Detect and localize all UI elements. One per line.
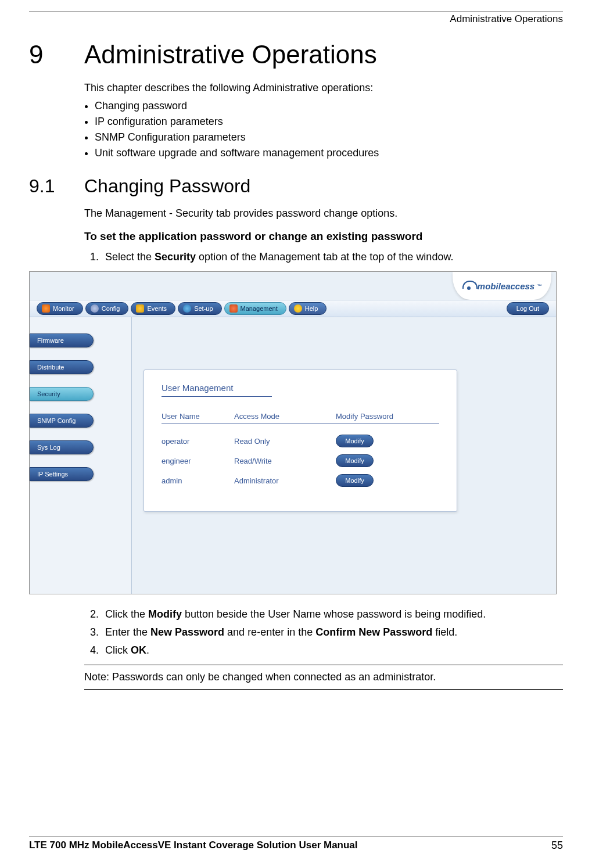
cell-access: Read Only (234, 437, 336, 446)
tab-config[interactable]: Config (85, 302, 129, 315)
tab-setup[interactable]: Set-up (178, 302, 221, 315)
logout-button[interactable]: Log Out (507, 302, 549, 315)
sidebar-item-firmware[interactable]: Firmware (30, 333, 94, 347)
sidebar-item-syslog[interactable]: Sys Log (30, 440, 94, 454)
step-3: Enter the New Password and re-enter in t… (102, 626, 563, 639)
section-heading: 9.1 Changing Password (29, 175, 563, 197)
chapter-heading: 9 Administrative Operations (29, 40, 563, 69)
tab-management[interactable]: Management (224, 302, 286, 315)
cell-access: Read/Write (234, 457, 336, 465)
list-item: IP configuration parameters (95, 116, 563, 128)
management-icon (229, 304, 238, 313)
cell-access: Administrator (234, 476, 336, 485)
user-table: User Name Access Mode Modify Password op… (162, 412, 439, 487)
events-icon (136, 304, 144, 313)
section-number: 9.1 (29, 175, 84, 197)
step-2: Click the Modify button beside the User … (102, 608, 563, 620)
setup-icon (183, 304, 191, 313)
sidebar-item-snmp[interactable]: SNMP Config (30, 414, 94, 428)
bullet-list: Changing password IP configuration param… (95, 100, 563, 159)
steps-list: Select the Security option of the Manage… (102, 251, 563, 263)
tab-events[interactable]: Events (131, 302, 175, 315)
monitor-icon (42, 304, 50, 313)
section-title: Changing Password (84, 175, 250, 197)
step-4: Click OK. (102, 644, 563, 657)
cell-username: operator (162, 437, 234, 446)
panel-title: User Management (162, 383, 272, 397)
logo-tab: mobileaccess™ (453, 272, 551, 300)
tab-help[interactable]: Help (289, 302, 327, 315)
header-modify: Modify Password (336, 412, 426, 421)
header-access: Access Mode (234, 412, 336, 421)
modify-button[interactable]: Modify (336, 454, 374, 467)
cell-username: engineer (162, 457, 234, 465)
header-rule (29, 12, 563, 12)
user-management-panel: User Management User Name Access Mode Mo… (143, 370, 457, 512)
nav-bar: Monitor Config Events Set-up Management … (30, 300, 556, 317)
table-row: admin Administrator Modify (162, 474, 439, 487)
section-para: The Management - Security tab provides p… (84, 207, 563, 220)
step-1: Select the Security option of the Manage… (102, 251, 563, 263)
footer-title: LTE 700 MHz MobileAccessVE Instant Cover… (29, 840, 358, 852)
cell-username: admin (162, 476, 234, 485)
logo: mobileaccess™ (462, 281, 541, 291)
table-row: engineer Read/Write Modify (162, 454, 439, 467)
modify-button[interactable]: Modify (336, 435, 374, 447)
list-item: Unit software upgrade and software manag… (95, 147, 563, 159)
note-box: Note: Passwords can only be changed when… (84, 665, 563, 690)
footer-page: 55 (551, 840, 563, 852)
screenshot-figure: mobileaccess™ Monitor Config Events Set-… (29, 271, 557, 594)
steps-list-continued: Click the Modify button beside the User … (102, 608, 563, 657)
help-icon (294, 304, 302, 313)
table-row: operator Read Only Modify (162, 435, 439, 447)
chapter-title: Administrative Operations (84, 40, 377, 69)
sidebar-item-distribute[interactable]: Distribute (30, 360, 94, 374)
header-username: User Name (162, 412, 234, 421)
running-head: Administrative Operations (29, 13, 563, 25)
tab-monitor[interactable]: Monitor (37, 302, 83, 315)
content-area: User Management User Name Access Mode Mo… (132, 317, 556, 594)
sidebar-item-ipsettings[interactable]: IP Settings (30, 467, 94, 481)
footer: LTE 700 MHz MobileAccessVE Instant Cover… (29, 837, 563, 852)
sidebar-item-security[interactable]: Security (30, 387, 94, 401)
config-icon (91, 304, 99, 313)
logo-icon (462, 281, 475, 291)
list-item: Changing password (95, 100, 563, 112)
list-item: SNMP Configuration parameters (95, 131, 563, 144)
sidebar: Firmware Distribute Security SNMP Config… (30, 317, 132, 594)
chapter-number: 9 (29, 40, 84, 69)
chapter-intro: This chapter describes the following Adm… (84, 82, 563, 94)
modify-button[interactable]: Modify (336, 474, 374, 487)
table-header: User Name Access Mode Modify Password (162, 412, 439, 424)
section-subhead: To set the application password or chang… (84, 230, 563, 243)
